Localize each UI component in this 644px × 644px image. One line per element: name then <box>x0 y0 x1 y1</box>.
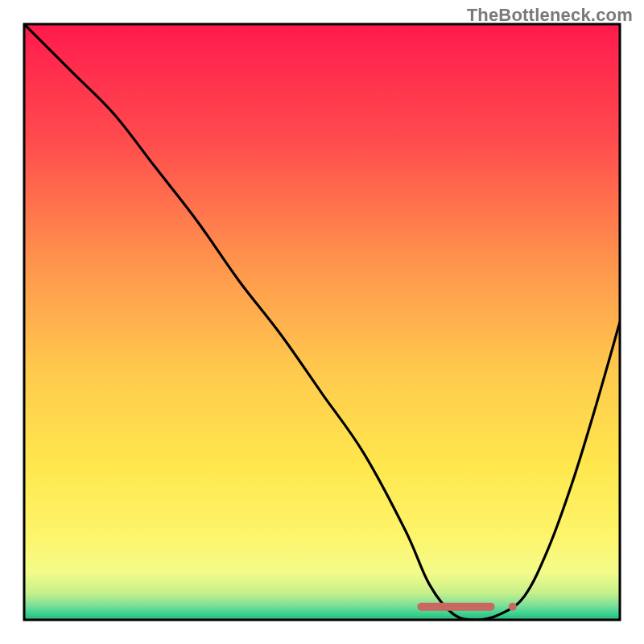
chart-container: TheBottleneck.com <box>0 0 644 644</box>
optimal-range-marker <box>417 603 494 611</box>
watermark-text: TheBottleneck.com <box>467 5 633 26</box>
optimal-point-marker <box>509 603 517 611</box>
bottleneck-chart <box>0 0 644 644</box>
